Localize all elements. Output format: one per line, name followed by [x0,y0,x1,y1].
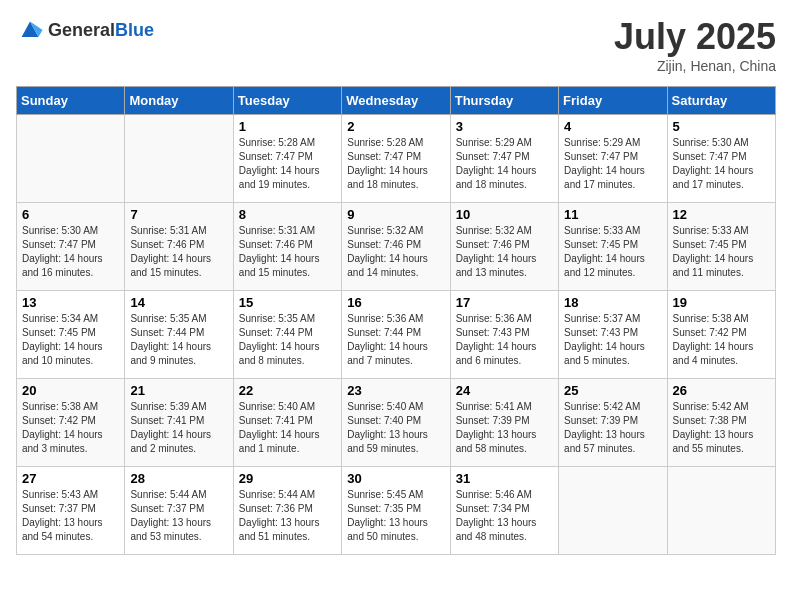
day-info: Sunrise: 5:38 AMSunset: 7:42 PMDaylight:… [22,400,119,456]
day-cell: 27Sunrise: 5:43 AMSunset: 7:37 PMDayligh… [17,467,125,555]
day-info: Sunrise: 5:31 AMSunset: 7:46 PMDaylight:… [239,224,336,280]
day-cell: 8Sunrise: 5:31 AMSunset: 7:46 PMDaylight… [233,203,341,291]
day-info: Sunrise: 5:28 AMSunset: 7:47 PMDaylight:… [347,136,444,192]
logo-text-blue: Blue [115,20,154,40]
day-info: Sunrise: 5:40 AMSunset: 7:41 PMDaylight:… [239,400,336,456]
day-info: Sunrise: 5:31 AMSunset: 7:46 PMDaylight:… [130,224,227,280]
day-cell: 4Sunrise: 5:29 AMSunset: 7:47 PMDaylight… [559,115,667,203]
day-info: Sunrise: 5:30 AMSunset: 7:47 PMDaylight:… [673,136,770,192]
day-info: Sunrise: 5:39 AMSunset: 7:41 PMDaylight:… [130,400,227,456]
day-number: 29 [239,471,336,486]
day-number: 10 [456,207,553,222]
day-cell: 12Sunrise: 5:33 AMSunset: 7:45 PMDayligh… [667,203,775,291]
day-cell: 15Sunrise: 5:35 AMSunset: 7:44 PMDayligh… [233,291,341,379]
weekday-header-saturday: Saturday [667,87,775,115]
weekday-header-monday: Monday [125,87,233,115]
day-cell: 11Sunrise: 5:33 AMSunset: 7:45 PMDayligh… [559,203,667,291]
day-info: Sunrise: 5:38 AMSunset: 7:42 PMDaylight:… [673,312,770,368]
day-number: 1 [239,119,336,134]
day-number: 25 [564,383,661,398]
day-info: Sunrise: 5:36 AMSunset: 7:43 PMDaylight:… [456,312,553,368]
day-cell: 6Sunrise: 5:30 AMSunset: 7:47 PMDaylight… [17,203,125,291]
weekday-header-friday: Friday [559,87,667,115]
day-cell: 9Sunrise: 5:32 AMSunset: 7:46 PMDaylight… [342,203,450,291]
day-cell: 22Sunrise: 5:40 AMSunset: 7:41 PMDayligh… [233,379,341,467]
day-cell: 13Sunrise: 5:34 AMSunset: 7:45 PMDayligh… [17,291,125,379]
logo-text-general: General [48,20,115,40]
day-cell: 17Sunrise: 5:36 AMSunset: 7:43 PMDayligh… [450,291,558,379]
day-cell: 18Sunrise: 5:37 AMSunset: 7:43 PMDayligh… [559,291,667,379]
day-number: 9 [347,207,444,222]
day-cell: 1Sunrise: 5:28 AMSunset: 7:47 PMDaylight… [233,115,341,203]
day-cell: 3Sunrise: 5:29 AMSunset: 7:47 PMDaylight… [450,115,558,203]
day-number: 16 [347,295,444,310]
day-number: 23 [347,383,444,398]
day-number: 15 [239,295,336,310]
calendar-table: SundayMondayTuesdayWednesdayThursdayFrid… [16,86,776,555]
day-info: Sunrise: 5:32 AMSunset: 7:46 PMDaylight:… [456,224,553,280]
weekday-header-tuesday: Tuesday [233,87,341,115]
day-number: 8 [239,207,336,222]
day-cell: 24Sunrise: 5:41 AMSunset: 7:39 PMDayligh… [450,379,558,467]
day-info: Sunrise: 5:41 AMSunset: 7:39 PMDaylight:… [456,400,553,456]
day-cell: 21Sunrise: 5:39 AMSunset: 7:41 PMDayligh… [125,379,233,467]
day-cell [125,115,233,203]
day-number: 22 [239,383,336,398]
day-number: 12 [673,207,770,222]
day-info: Sunrise: 5:33 AMSunset: 7:45 PMDaylight:… [564,224,661,280]
day-cell: 23Sunrise: 5:40 AMSunset: 7:40 PMDayligh… [342,379,450,467]
day-number: 5 [673,119,770,134]
day-cell: 19Sunrise: 5:38 AMSunset: 7:42 PMDayligh… [667,291,775,379]
day-number: 4 [564,119,661,134]
day-number: 30 [347,471,444,486]
day-cell: 2Sunrise: 5:28 AMSunset: 7:47 PMDaylight… [342,115,450,203]
day-number: 3 [456,119,553,134]
day-cell: 26Sunrise: 5:42 AMSunset: 7:38 PMDayligh… [667,379,775,467]
day-cell [667,467,775,555]
day-info: Sunrise: 5:37 AMSunset: 7:43 PMDaylight:… [564,312,661,368]
day-number: 24 [456,383,553,398]
day-info: Sunrise: 5:44 AMSunset: 7:36 PMDaylight:… [239,488,336,544]
day-info: Sunrise: 5:44 AMSunset: 7:37 PMDaylight:… [130,488,227,544]
day-info: Sunrise: 5:32 AMSunset: 7:46 PMDaylight:… [347,224,444,280]
day-info: Sunrise: 5:35 AMSunset: 7:44 PMDaylight:… [130,312,227,368]
day-info: Sunrise: 5:33 AMSunset: 7:45 PMDaylight:… [673,224,770,280]
weekday-header-thursday: Thursday [450,87,558,115]
day-number: 13 [22,295,119,310]
day-info: Sunrise: 5:28 AMSunset: 7:47 PMDaylight:… [239,136,336,192]
day-info: Sunrise: 5:34 AMSunset: 7:45 PMDaylight:… [22,312,119,368]
day-cell: 5Sunrise: 5:30 AMSunset: 7:47 PMDaylight… [667,115,775,203]
logo-icon [16,16,44,44]
weekday-header-row: SundayMondayTuesdayWednesdayThursdayFrid… [17,87,776,115]
day-cell: 30Sunrise: 5:45 AMSunset: 7:35 PMDayligh… [342,467,450,555]
day-number: 11 [564,207,661,222]
weekday-header-wednesday: Wednesday [342,87,450,115]
day-info: Sunrise: 5:35 AMSunset: 7:44 PMDaylight:… [239,312,336,368]
logo: GeneralBlue [16,16,154,44]
calendar-title: July 2025 [614,16,776,58]
day-cell: 31Sunrise: 5:46 AMSunset: 7:34 PMDayligh… [450,467,558,555]
day-number: 28 [130,471,227,486]
day-number: 14 [130,295,227,310]
day-cell: 7Sunrise: 5:31 AMSunset: 7:46 PMDaylight… [125,203,233,291]
day-info: Sunrise: 5:29 AMSunset: 7:47 PMDaylight:… [564,136,661,192]
day-info: Sunrise: 5:36 AMSunset: 7:44 PMDaylight:… [347,312,444,368]
day-number: 27 [22,471,119,486]
day-info: Sunrise: 5:40 AMSunset: 7:40 PMDaylight:… [347,400,444,456]
day-number: 2 [347,119,444,134]
day-number: 18 [564,295,661,310]
day-number: 6 [22,207,119,222]
week-row-2: 6Sunrise: 5:30 AMSunset: 7:47 PMDaylight… [17,203,776,291]
day-number: 20 [22,383,119,398]
day-info: Sunrise: 5:46 AMSunset: 7:34 PMDaylight:… [456,488,553,544]
day-info: Sunrise: 5:45 AMSunset: 7:35 PMDaylight:… [347,488,444,544]
day-number: 17 [456,295,553,310]
day-number: 7 [130,207,227,222]
day-cell: 20Sunrise: 5:38 AMSunset: 7:42 PMDayligh… [17,379,125,467]
day-info: Sunrise: 5:29 AMSunset: 7:47 PMDaylight:… [456,136,553,192]
day-cell [17,115,125,203]
day-cell: 14Sunrise: 5:35 AMSunset: 7:44 PMDayligh… [125,291,233,379]
day-cell: 28Sunrise: 5:44 AMSunset: 7:37 PMDayligh… [125,467,233,555]
day-number: 21 [130,383,227,398]
week-row-3: 13Sunrise: 5:34 AMSunset: 7:45 PMDayligh… [17,291,776,379]
